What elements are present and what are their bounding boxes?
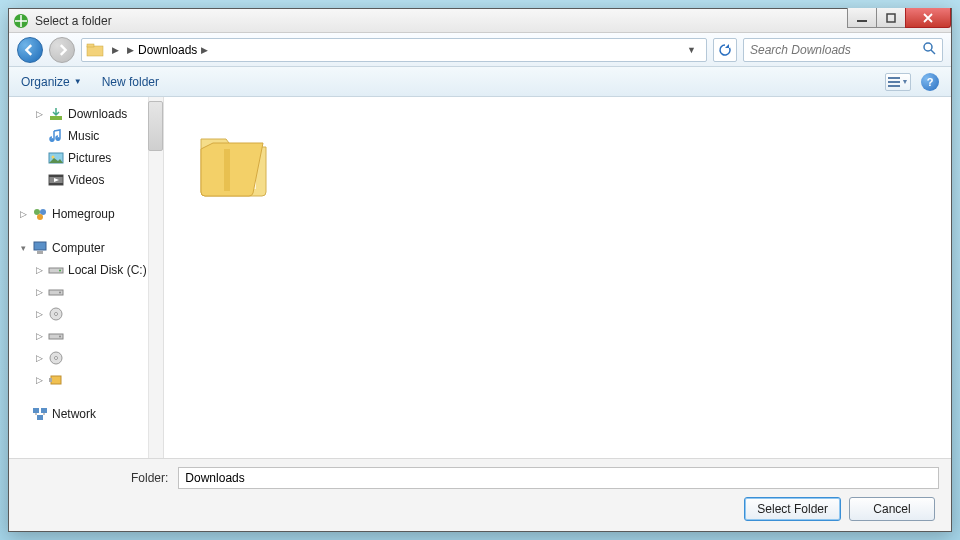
network-icon xyxy=(32,406,48,422)
svg-rect-2 xyxy=(887,14,895,22)
refresh-button[interactable] xyxy=(713,38,737,62)
search-box[interactable] xyxy=(743,38,943,62)
tree-scrollbar-track[interactable] xyxy=(148,97,163,458)
breadcrumb-dropdown[interactable]: ▼ xyxy=(681,45,702,55)
tree-item-computer[interactable]: ▾Computer xyxy=(11,237,161,259)
help-button[interactable]: ? xyxy=(921,73,939,91)
svg-point-18 xyxy=(40,209,46,215)
svg-rect-9 xyxy=(50,116,62,120)
disc-icon xyxy=(48,306,64,322)
svg-rect-15 xyxy=(49,175,63,177)
folder-content-pane[interactable] xyxy=(164,97,951,458)
svg-rect-4 xyxy=(87,44,94,47)
dialog-footer: Folder: Select Folder Cancel xyxy=(9,458,951,531)
app-icon xyxy=(13,13,29,29)
svg-point-17 xyxy=(34,209,40,215)
tree-item-removable[interactable]: ▷ xyxy=(27,369,161,391)
drive-icon xyxy=(48,328,64,344)
tree-item-videos[interactable]: Videos xyxy=(27,169,161,191)
organize-menu[interactable]: Organize▼ xyxy=(21,75,82,89)
titlebar[interactable]: Select a folder xyxy=(9,9,951,33)
breadcrumb-segment[interactable]: Downloads xyxy=(138,43,197,57)
tree-item-drive[interactable]: ▷ xyxy=(27,325,161,347)
music-icon xyxy=(48,128,64,144)
svg-point-31 xyxy=(55,357,58,360)
svg-rect-6 xyxy=(888,77,900,79)
new-folder-button[interactable]: New folder xyxy=(102,75,159,89)
svg-rect-1 xyxy=(857,20,867,22)
folder-picker-dialog: Select a folder ▶ ▶ Downloads ▶ ▼ Organi… xyxy=(8,8,952,532)
chevron-right-icon: ▶ xyxy=(197,45,212,55)
navigation-tree[interactable]: ▷Downloads Music Pictures Videos ▷Homegr… xyxy=(9,97,164,458)
svg-rect-36 xyxy=(37,415,43,420)
window-buttons xyxy=(848,8,951,28)
tree-scrollbar-thumb[interactable] xyxy=(148,101,163,151)
search-icon xyxy=(922,41,936,58)
window-title: Select a folder xyxy=(35,14,112,28)
maximize-button[interactable] xyxy=(876,8,906,28)
breadcrumb[interactable]: ▶ ▶ Downloads ▶ ▼ xyxy=(81,38,707,62)
folder-name-input[interactable] xyxy=(178,467,939,489)
forward-button[interactable] xyxy=(49,37,75,63)
svg-point-25 xyxy=(59,292,61,294)
folder-label: Folder: xyxy=(131,471,168,485)
svg-rect-7 xyxy=(888,81,900,83)
svg-rect-32 xyxy=(51,376,61,384)
svg-rect-35 xyxy=(41,408,47,413)
toolbar: Organize▼ New folder ▼ ? xyxy=(9,67,951,97)
svg-rect-33 xyxy=(49,378,52,382)
svg-rect-20 xyxy=(34,242,46,250)
navigation-bar: ▶ ▶ Downloads ▶ ▼ xyxy=(9,33,951,67)
downloads-icon xyxy=(48,106,64,122)
tree-item-homegroup[interactable]: ▷Homegroup xyxy=(11,203,161,225)
tree-item-network[interactable]: Network xyxy=(11,403,161,425)
disc-icon xyxy=(48,350,64,366)
tree-item-music[interactable]: Music xyxy=(27,125,161,147)
cancel-button[interactable]: Cancel xyxy=(849,497,935,521)
button-row: Select Folder Cancel xyxy=(21,497,939,521)
homegroup-icon xyxy=(32,206,48,222)
tree-item-disc-drive[interactable]: ▷ xyxy=(27,303,161,325)
svg-point-10 xyxy=(50,138,54,142)
drive-icon xyxy=(48,284,64,300)
svg-rect-21 xyxy=(37,251,43,254)
svg-point-5 xyxy=(924,43,932,51)
folder-large-icon[interactable] xyxy=(186,119,276,209)
drive-icon xyxy=(48,262,64,278)
close-button[interactable] xyxy=(905,8,951,28)
chevron-down-icon: ▼ xyxy=(74,77,82,86)
minimize-button[interactable] xyxy=(847,8,877,28)
svg-point-27 xyxy=(55,313,58,316)
svg-rect-3 xyxy=(87,46,103,56)
back-button[interactable] xyxy=(17,37,43,63)
svg-rect-37 xyxy=(224,149,230,191)
view-options-button[interactable]: ▼ xyxy=(885,73,911,91)
pictures-icon xyxy=(48,150,64,166)
computer-icon xyxy=(32,240,48,256)
videos-icon xyxy=(48,172,64,188)
search-input[interactable] xyxy=(750,43,936,57)
folder-icon xyxy=(86,41,104,59)
tree-item-drive[interactable]: ▷ xyxy=(27,281,161,303)
folder-name-row: Folder: xyxy=(21,467,939,489)
dialog-body: ▷Downloads Music Pictures Videos ▷Homegr… xyxy=(9,97,951,458)
svg-rect-8 xyxy=(888,85,900,87)
tree-item-local-disk[interactable]: ▷Local Disk (C:) xyxy=(27,259,161,281)
tree-item-downloads[interactable]: ▷Downloads xyxy=(27,103,161,125)
chevron-right-icon: ▶ xyxy=(108,45,123,55)
svg-point-29 xyxy=(59,336,61,338)
svg-point-11 xyxy=(56,137,60,141)
svg-point-19 xyxy=(37,214,43,220)
svg-rect-16 xyxy=(49,183,63,185)
select-folder-button[interactable]: Select Folder xyxy=(744,497,841,521)
usb-drive-icon xyxy=(48,372,64,388)
svg-point-23 xyxy=(59,270,61,272)
chevron-right-icon: ▶ xyxy=(123,45,138,55)
tree-item-pictures[interactable]: Pictures xyxy=(27,147,161,169)
tree-item-disc-drive[interactable]: ▷ xyxy=(27,347,161,369)
svg-rect-34 xyxy=(33,408,39,413)
